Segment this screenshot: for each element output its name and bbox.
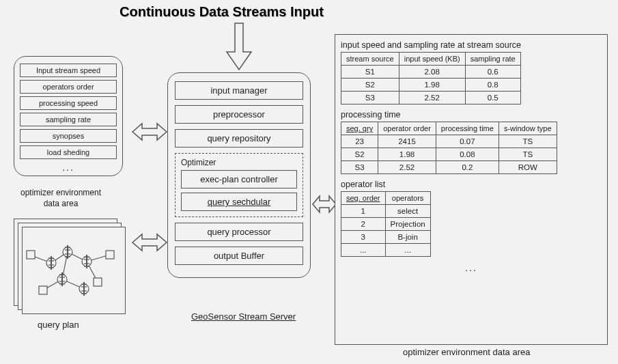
env-label: optimizer environment data area xyxy=(20,188,101,209)
svg-rect-8 xyxy=(27,251,35,259)
svg-rect-12 xyxy=(106,251,114,259)
svg-rect-14 xyxy=(39,286,47,294)
table-title: operator list xyxy=(341,180,602,189)
svg-rect-16 xyxy=(94,278,102,286)
dots: ... xyxy=(20,162,117,173)
env-item: synopses xyxy=(20,129,117,143)
server-box: input manager preprocessor query reposit… xyxy=(167,72,311,278)
table-title: input speed and sampling rate at stream … xyxy=(341,40,602,50)
optimizer-title: Optimizer xyxy=(181,158,297,167)
optimizer-component: query sechdular xyxy=(181,193,297,211)
right-area-label: optimizer environment data area xyxy=(403,347,530,357)
env-item: operators order xyxy=(20,80,117,94)
env-item: sampling rate xyxy=(20,113,117,126)
arrow-biarrow-icon xyxy=(131,232,168,253)
arrow-down-icon xyxy=(225,22,253,71)
right-data-area: input speed and sampling rate at stream … xyxy=(335,34,608,345)
table-processing-time: seg. qryoperator orderprocessing times-w… xyxy=(341,122,557,174)
server-label: GeoSensor Stream Server xyxy=(191,311,296,322)
optimizer-component: exec-plan controller xyxy=(181,170,297,188)
diagram-title: Continuous Data Streams Input xyxy=(120,4,324,20)
server-component: preprocessor xyxy=(175,105,303,124)
env-item: load sheding xyxy=(20,145,117,159)
env-item: Input stream speed xyxy=(20,64,117,77)
graph-icon xyxy=(23,227,125,313)
table-operator-list: seg. orderoperators 1select 2Projection … xyxy=(341,191,431,257)
table-title: processing time xyxy=(341,110,602,120)
env-item: processing speed xyxy=(20,96,117,110)
dots: ... xyxy=(341,262,602,273)
server-component: query repository xyxy=(175,129,303,148)
arrow-biarrow-icon xyxy=(131,122,168,142)
table-stream-source: stream sourceinput speed (KB)sampling ra… xyxy=(341,52,521,104)
server-component: output Buffer xyxy=(175,247,303,265)
optimizer-box: Optimizer exec-plan controller query sec… xyxy=(175,153,303,217)
query-plan-label: query plan xyxy=(38,320,79,330)
query-plan-stack xyxy=(14,219,128,316)
server-component: query processor xyxy=(175,223,303,241)
server-component: input manager xyxy=(175,81,303,100)
optimizer-env-box: Input stream speed operators order proce… xyxy=(14,56,123,176)
arrow-biarrow-icon xyxy=(311,194,337,214)
